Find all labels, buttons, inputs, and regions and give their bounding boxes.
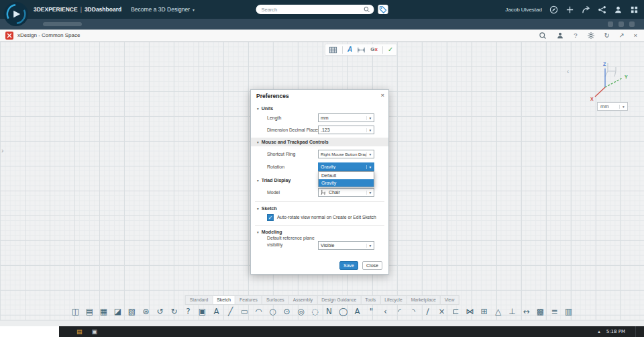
section-sketch[interactable]: ▾Sketch xyxy=(257,204,277,213)
mirror-tool-icon[interactable]: ⋈ xyxy=(465,304,475,319)
tab-surfaces[interactable]: Surfaces xyxy=(262,296,289,304)
tab-sketch[interactable]: Sketch xyxy=(213,296,235,304)
constraint-triangle-tool-icon[interactable]: △ xyxy=(493,304,503,319)
rotation-option-default[interactable]: Default xyxy=(319,172,374,179)
help-tool-icon[interactable]: ? xyxy=(183,304,193,319)
display-grid-icon[interactable] xyxy=(329,46,337,54)
tag-button[interactable] xyxy=(378,5,388,14)
dialog-title[interactable]: Preferences xyxy=(256,93,289,99)
clock[interactable]: 5:18 PM xyxy=(606,329,625,334)
section-mouse[interactable]: ▾Mouse and Trackpad Controls xyxy=(257,138,329,146)
compass-icon[interactable] xyxy=(549,5,558,14)
3dexperience-logo-icon[interactable] xyxy=(3,1,29,27)
sketch-assistant-icon[interactable]: A xyxy=(211,304,221,319)
tab-assembly[interactable]: Assembly xyxy=(289,296,317,304)
left-panel-toggle-chevron-icon[interactable]: › xyxy=(1,148,3,154)
dashboard-title-menu[interactable]: Become a 3D Designer ▾ xyxy=(131,6,195,13)
snap-grid-tool-icon[interactable]: ▩ xyxy=(535,304,545,319)
rotation-option-gravity[interactable]: Gravity xyxy=(319,179,374,187)
refresh-icon[interactable]: ↻ xyxy=(604,32,610,40)
search-input[interactable] xyxy=(260,6,364,13)
open-external-icon[interactable]: ↗ xyxy=(619,32,624,40)
clipboard-icon[interactable]: ▣ xyxy=(197,304,207,319)
section-modeling[interactable]: ▾Modeling xyxy=(257,228,282,236)
construction-circle-tool-icon[interactable]: ◌ xyxy=(310,304,320,319)
tab-marketplace[interactable]: Marketplace xyxy=(407,296,441,304)
rectangle-tool-icon[interactable]: ▭ xyxy=(239,304,250,319)
app-window-icon[interactable]: ▣ xyxy=(92,326,98,337)
undo-icon[interactable]: ↺ xyxy=(155,304,165,319)
text-tool-icon[interactable]: A xyxy=(352,304,362,319)
folder-icon[interactable]: ▤ xyxy=(76,326,83,337)
rotation-select[interactable]: Gravity ▾ xyxy=(318,162,374,171)
close-button[interactable]: Close xyxy=(362,261,382,270)
offset-tool-icon[interactable]: ⊏ xyxy=(451,304,461,319)
corner-arc-tool-icon[interactable]: ◜ xyxy=(394,304,405,319)
design-canvas[interactable]: A Gx ✓ ‹ › Z Y X xyxy=(0,42,644,326)
x-axis[interactable] xyxy=(595,87,605,97)
line-tool-icon[interactable]: ╱ xyxy=(225,304,235,319)
dimension-tool-icon[interactable]: ↔ xyxy=(521,304,531,319)
redo-icon[interactable]: ↻ xyxy=(169,304,179,319)
apps-grid-icon[interactable] xyxy=(630,5,639,14)
export-stamp-icon[interactable]: ◪ xyxy=(113,304,123,319)
length-select[interactable]: mm ▾ xyxy=(318,113,374,122)
search-icon[interactable] xyxy=(364,6,370,13)
pattern-tool-icon[interactable]: ⊞ xyxy=(479,304,489,319)
share-nodes-icon[interactable] xyxy=(598,5,606,14)
y-axis[interactable] xyxy=(605,78,623,87)
gear-icon[interactable] xyxy=(587,32,595,40)
dimension-icon[interactable] xyxy=(357,46,366,54)
tray-expand-icon[interactable]: ▴ xyxy=(598,329,600,334)
tab-standard[interactable]: Standard xyxy=(186,296,213,304)
ellipse-tool-icon[interactable]: ◯ xyxy=(338,304,348,319)
section-units[interactable]: ▾Units xyxy=(257,104,273,113)
search-icon[interactable] xyxy=(539,32,547,40)
reference-plane-select[interactable]: Visible ▾ xyxy=(318,241,374,250)
navigation-triad[interactable]: Z Y X xyxy=(588,58,631,102)
paste-icon[interactable]: ◫ xyxy=(70,304,80,319)
group-collapse-icon[interactable]: ‹ xyxy=(380,304,390,319)
sheet-edit-icon[interactable]: ▧ xyxy=(127,304,137,319)
section-triad-display[interactable]: ▾Triad Display xyxy=(257,176,290,185)
perimeter-circle-tool-icon[interactable]: ◎ xyxy=(296,304,306,319)
settings-tool-icon[interactable]: ⊛ xyxy=(141,304,151,319)
model-select[interactable]: Chair ▾ xyxy=(318,188,374,197)
display-list-tool-icon[interactable]: ≡ xyxy=(549,304,559,319)
tab-features[interactable]: Features xyxy=(235,296,262,304)
user-settings-icon[interactable] xyxy=(556,32,564,40)
tab-tools[interactable]: Tools xyxy=(361,296,380,304)
note-tool-icon[interactable]: " xyxy=(366,304,376,319)
units-dropdown[interactable]: mm ▾ xyxy=(597,102,628,111)
tab-design-guidance[interactable]: Design Guidance xyxy=(317,296,361,304)
remove-constraint-icon[interactable]: Gx xyxy=(370,45,378,54)
exit-sketch-check-icon[interactable]: ✓ xyxy=(388,45,393,54)
taskbar-light-segment[interactable] xyxy=(0,326,59,337)
circle-tool-icon[interactable]: ○ xyxy=(268,304,278,319)
trim-tool-icon[interactable]: × xyxy=(437,304,447,319)
auto-rotate-checkbox[interactable]: ✓ xyxy=(267,214,274,221)
help-icon[interactable]: ? xyxy=(574,32,577,40)
spline-tool-icon[interactable]: N xyxy=(324,304,334,319)
user-icon[interactable] xyxy=(614,5,623,14)
center-circle-tool-icon[interactable]: ⊙ xyxy=(282,304,292,319)
tab-view[interactable]: View xyxy=(441,296,459,304)
table-tool-icon[interactable]: ▥ xyxy=(564,304,574,319)
perpendicular-tool-icon[interactable]: ⊥ xyxy=(507,304,517,319)
save-button[interactable]: Save xyxy=(339,261,358,270)
action-center-edge[interactable] xyxy=(635,326,639,337)
save-data-icon[interactable]: ▦ xyxy=(99,304,109,319)
dialog-close-icon[interactable]: × xyxy=(380,91,384,99)
sketch-assistant-icon[interactable]: A xyxy=(347,45,352,54)
import-stamp-icon[interactable]: ▤ xyxy=(85,304,95,319)
close-app-icon[interactable]: × xyxy=(633,32,637,40)
tab-lifecycle[interactable]: Lifecycle xyxy=(380,296,407,304)
tangent-arc-tool-icon[interactable]: ◝ xyxy=(409,304,419,319)
share-forward-icon[interactable] xyxy=(582,5,590,14)
search-box[interactable] xyxy=(256,5,374,14)
right-panel-toggle-chevron-icon[interactable]: ‹ xyxy=(567,68,569,75)
decimal-places-select[interactable]: .123 ▾ xyxy=(318,126,374,134)
shortcut-ring-select[interactable]: Right Mouse Button Drag ▾ xyxy=(318,150,374,158)
polyline-tool-icon[interactable]: ∕ xyxy=(423,304,433,319)
add-icon[interactable] xyxy=(566,5,574,14)
